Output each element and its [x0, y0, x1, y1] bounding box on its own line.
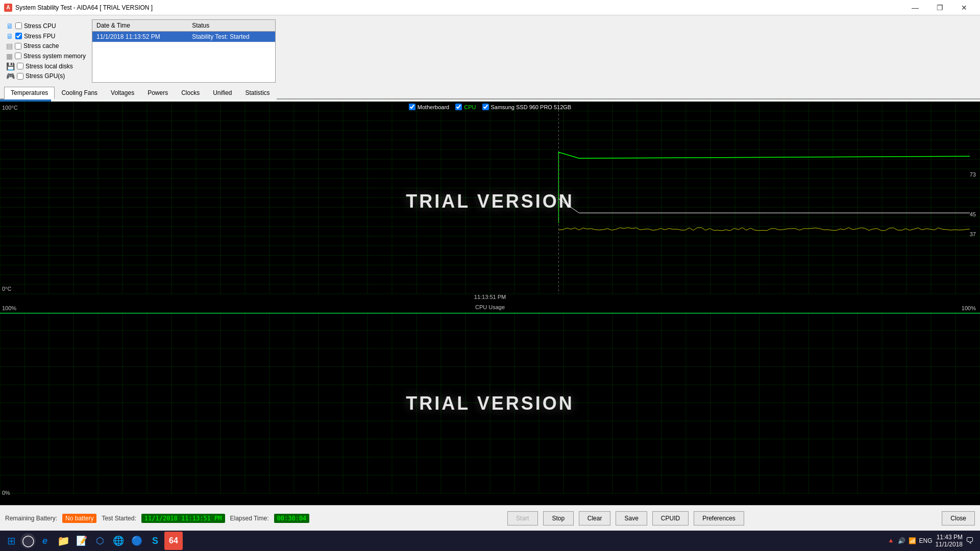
clear-button[interactable]: Clear	[579, 511, 611, 525]
taskbar-time-display: 11:43 PM	[936, 534, 963, 541]
stress-disks-label: Stress local disks	[26, 63, 73, 70]
tab-cooling-fans[interactable]: Cooling Fans	[55, 87, 104, 99]
tab-statistics[interactable]: Statistics	[239, 87, 277, 99]
elapsed-label: Elapsed Time:	[230, 515, 269, 522]
stress-cpu-label: Stress CPU	[24, 22, 56, 30]
cpu-icon: 🖥	[6, 22, 13, 30]
save-button[interactable]: Save	[616, 511, 647, 525]
stop-button[interactable]: Stop	[543, 511, 574, 525]
maximize-button[interactable]: ❐	[928, 0, 951, 15]
chart-legend: Motherboard CPU Samsung SSD 960 PRO 512G…	[409, 104, 571, 110]
tabs-bar: TemperaturesCooling FansVoltagesPowersCl…	[0, 87, 980, 99]
checkboxes-panel: 🖥 Stress CPU 🖥 Stress FPU ▤ Stress cache…	[4, 19, 88, 83]
cpu-canvas	[0, 302, 980, 504]
cpu-chart-title: CPU Usage	[475, 304, 505, 310]
stress-gpus-checkbox[interactable]	[17, 73, 23, 80]
memory-icon: ▦	[6, 52, 13, 60]
legend-motherboard: Motherboard	[409, 104, 449, 110]
elapsed-value: 00:30:04	[274, 514, 310, 523]
cpu-temp-value: 73	[970, 171, 976, 178]
app-icon-4[interactable]: 🔵	[128, 532, 146, 550]
tab-temperatures[interactable]: Temperatures	[4, 87, 55, 99]
checkbox-stress-cache: ▤ Stress cache	[6, 41, 86, 51]
log-col-status: Status	[188, 20, 275, 32]
app-icon-2[interactable]: ⬡	[91, 532, 109, 550]
taskbar: ⊞ ◯ e 📁 📝 ⬡ 🌐 🔵 S 64 🔺 🔊 📶 ENG 11:43 PM …	[0, 531, 980, 551]
taskbar-right: 🔺 🔊 📶 ENG 11:43 PM 11/1/2018 🗨	[887, 534, 978, 548]
log-row[interactable]: 11/1/2018 11:13:52 PMStability Test: Sta…	[92, 32, 275, 42]
tab-unified[interactable]: Unified	[206, 87, 238, 99]
volume-icon[interactable]: 🔊	[898, 537, 905, 544]
stress-fpu-label: Stress FPU	[24, 33, 55, 40]
taskbar-datetime: 11:43 PM 11/1/2018	[936, 534, 963, 548]
cortana-button[interactable]: ◯	[20, 533, 36, 548]
tab-clocks[interactable]: Clocks	[175, 87, 206, 99]
battery-value: No battery	[62, 514, 96, 523]
titlebar-left: A System Stability Test - AIDA64 [ TRIAL…	[4, 4, 153, 12]
skype-icon[interactable]: S	[146, 532, 164, 550]
legend-ssd-checkbox[interactable]	[482, 104, 488, 110]
tab-voltages[interactable]: Voltages	[104, 87, 141, 99]
stress-cache-label: Stress cache	[23, 42, 59, 49]
bottom-status-bar: Remaining Battery: No battery Test Start…	[0, 505, 980, 531]
stress-disks-checkbox[interactable]	[17, 63, 23, 69]
app-icon: A	[4, 4, 12, 12]
temperature-chart: Motherboard CPU Samsung SSD 960 PRO 512G…	[0, 102, 980, 302]
log-status: Stability Test: Started	[188, 32, 275, 42]
legend-cpu: CPU	[455, 104, 476, 110]
log-table-container: Date & Time Status 11/1/2018 11:13:52 PM…	[92, 19, 276, 83]
titlebar: A System Stability Test - AIDA64 [ TRIAL…	[0, 0, 980, 15]
test-started-value: 11/1/2018 11:13:51 PM	[141, 514, 225, 523]
cpu-y-min: 0%	[2, 490, 10, 496]
legend-ssd: Samsung SSD 960 PRO 512GB	[482, 104, 571, 110]
window-title: System Stability Test - AIDA64 [ TRIAL V…	[15, 4, 153, 11]
legend-ssd-label: Samsung SSD 960 PRO 512GB	[491, 104, 571, 110]
start-button[interactable]: Start	[507, 511, 538, 525]
stress-cpu-checkbox[interactable]	[15, 22, 22, 29]
main-window: 🖥 Stress CPU 🖥 Stress FPU ▤ Stress cache…	[0, 15, 980, 531]
action-center-icon[interactable]: 🗨	[966, 536, 974, 545]
close-button[interactable]: ✕	[952, 0, 976, 15]
stress-cache-checkbox[interactable]	[15, 43, 21, 49]
app-icon-3[interactable]: 🌐	[109, 532, 128, 550]
stress-memory-checkbox[interactable]	[15, 53, 21, 59]
edge-icon[interactable]: e	[36, 532, 54, 550]
minimize-button[interactable]: —	[903, 0, 927, 15]
fpu-icon: 🖥	[6, 32, 13, 40]
preferences-button[interactable]: Preferences	[694, 511, 744, 525]
close-right-button[interactable]: Close	[942, 511, 975, 525]
explorer-icon[interactable]: 📁	[54, 532, 72, 550]
gpu-icon: 🎮	[6, 72, 15, 80]
taskbar-date-display: 11/1/2018	[936, 541, 963, 548]
network-icon[interactable]: 📶	[909, 537, 916, 544]
cpu-y-max: 100%	[2, 305, 16, 311]
checkbox-stress-disks: 💾 Stress local disks	[6, 62, 86, 71]
legend-cpu-checkbox[interactable]	[455, 104, 462, 110]
checkbox-stress-gpus: 🎮 Stress GPU(s)	[6, 71, 86, 81]
notification-arrow[interactable]: 🔺	[887, 537, 895, 544]
top-section: 🖥 Stress CPU 🖥 Stress FPU ▤ Stress cache…	[0, 15, 980, 87]
cache-icon: ▤	[6, 42, 13, 50]
app64-icon[interactable]: 64	[164, 532, 183, 550]
ssd-temp-value: 37	[970, 231, 976, 237]
cpuid-button[interactable]: CPUID	[652, 511, 689, 525]
app-icon-1[interactable]: 📝	[72, 532, 91, 550]
temp-y-max: 100°C	[2, 105, 18, 111]
battery-label: Remaining Battery:	[5, 515, 57, 522]
tab-powers[interactable]: Powers	[141, 87, 175, 99]
disk-icon: 💾	[6, 62, 15, 70]
mb-temp-value: 45	[970, 211, 976, 217]
legend-motherboard-checkbox[interactable]	[409, 104, 415, 110]
cpu-usage-value: 100%	[962, 305, 976, 311]
charts-area: Motherboard CPU Samsung SSD 960 PRO 512G…	[0, 102, 980, 505]
temperature-canvas	[0, 102, 980, 304]
test-started-label: Test Started:	[102, 515, 136, 522]
log-datetime: 11/1/2018 11:13:52 PM	[92, 32, 188, 42]
log-table: Date & Time Status 11/1/2018 11:13:52 PM…	[92, 20, 275, 42]
stress-fpu-checkbox[interactable]	[15, 33, 22, 39]
windows-start-button[interactable]: ⊞	[2, 532, 20, 550]
legend-motherboard-label: Motherboard	[418, 104, 449, 110]
window-controls: — ❐ ✕	[903, 0, 976, 15]
checkbox-stress-cpu: 🖥 Stress CPU	[6, 21, 86, 31]
temp-y-min: 0°C	[2, 286, 11, 292]
